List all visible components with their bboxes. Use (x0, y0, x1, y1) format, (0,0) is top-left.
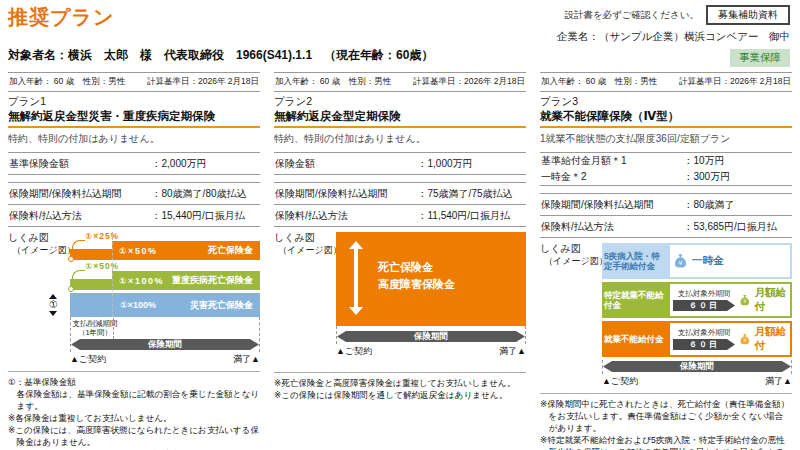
accident-death-bar: ① ①×100% 災害死亡保険金 (70, 293, 260, 317)
table-row: 保険料/払込方法 ：53,685円/口振月払 (540, 215, 792, 237)
step-marker-icon (68, 256, 74, 262)
plan-column-1: 加入年齢： 60 歳 性別：男性 計算基準日：2026年 2月18日 プラン1 … (8, 72, 260, 450)
contract-start-label: ▲ご契約 (70, 353, 106, 366)
plan3-subtitle: 1就業不能状態の支払限度36回/定額プラン (540, 132, 792, 146)
plan-column-3: 加入年齢： 60 歳 性別：男性 計算基準日：2026年 2月18日 プラン3 … (540, 72, 792, 450)
footnote: ※この保険には保険期間を通して解約返戻金はありません。 (274, 389, 526, 401)
row-label: 基準給付金月額＊1 (541, 154, 684, 168)
waiting-period-label: 支払対象外期間 (673, 289, 735, 299)
company-name: 企業名：（サンプル企業）横浜コンベアー 御中 (557, 30, 790, 44)
reduced-step-bar (70, 279, 112, 290)
row-value: ：53,685円/口振月払 (684, 220, 792, 234)
contract-end-label: 満了▲ (233, 353, 260, 366)
severe-illness-bar: ①×50% ①×100% 重度疾病死亡保険金 (70, 262, 260, 290)
money-bag-icon: ¥ (739, 331, 751, 348)
row-label: 保険期間/保険料払込期間 (275, 187, 418, 201)
table-row: 保険料/払込方法 ：11,540円/口振月払 (274, 204, 526, 226)
contract-end-label: 満了▲ (765, 375, 792, 388)
row-value: ：80歳満了/80歳払込 (152, 187, 260, 201)
row-value: ：300万円 (684, 170, 792, 184)
plan3-footnotes: ※保険期間中に死亡されたときは、死亡給付金（責任準備金額）をお支払いします。責任… (540, 393, 792, 450)
scheme-label: しくみ図 (274, 232, 342, 245)
business-protection-badge: 事業保障 (730, 49, 790, 67)
scheme-sublabel: （イメージ図） (8, 245, 76, 256)
reduced-step-bar (70, 249, 112, 260)
row-label: 基準保険金額 (9, 157, 152, 171)
table-row: 保険期間/保険料払込期間 ：80歳満了 (540, 194, 792, 215)
benefit-label: 5疾病入院・特定手術給付金 (604, 245, 668, 277)
row-value: ：2,000万円 (152, 157, 260, 171)
waiting-days-arrow: ６０日 (673, 339, 735, 350)
plan2-title: 無解約返戻金型定期保険 (274, 109, 526, 128)
plan3-scheme-diagram: しくみ図 （イメージ図） 5疾病入院・特定手術給付金 ¥ 一時金 特定就業不能給… (540, 243, 792, 388)
table-row: 保険金額 ：1,000万円 (274, 153, 526, 174)
footnote: 各保険金額は、基準保険金額に記載の割合を乗じた金額となります。 (8, 388, 260, 412)
scheme-label: しくみ図 (8, 232, 76, 245)
benefit-type: 月額給付 (755, 286, 787, 314)
plan3-age-gender: 加入年齢： 60 歳 性別：男性 (541, 76, 657, 88)
base-amount-marker-icon: ① (49, 294, 58, 316)
plan3-calc-date: 計算基準日：2026年 2月18日 (679, 76, 791, 88)
benefit-label: 就業不能給付金 (604, 323, 668, 355)
vertical-double-arrow-icon (349, 241, 363, 315)
benefit-type: 一時金 (692, 254, 724, 268)
plan1-age-gender: 加入年齢： 60 歳 性別：男性 (9, 76, 125, 88)
death-benefit-bar: ①×25% ①×50% 死亡保険金 (70, 232, 260, 260)
row-label: 保険期間/保険料払込期間 (541, 198, 684, 212)
row-label: 保険料/払込方法 (9, 209, 152, 223)
specific-disability-row: 特定就業不能給付金 支払対象外期間 ６０日 ¥ 月額給付 (602, 282, 792, 318)
plan1-amount-table: 基準保険金額 ：2,000万円 (8, 152, 260, 175)
plan2-scheme-diagram: しくみ図 （イメージ図） 死亡保険金 高度障害保険金 保険期間 (274, 232, 526, 358)
plan3-amount-table: 基準給付金月額＊1 ：10万円 一時金＊2 ：300万円 (540, 152, 792, 186)
row-label: 保険期間/保険料払込期間 (9, 187, 152, 201)
footnote: ※死亡保険金と高度障害保険金は重複してお支払いしません。 (274, 377, 526, 389)
insurance-period-bar: 保険期間 (337, 331, 525, 342)
footnote: ①：基準保険金額 (8, 376, 260, 388)
table-row: 保険期間/保険料払込期間 ：80歳満了/80歳払込 (8, 183, 260, 204)
plan1-calc-date: 計算基準日：2026年 2月18日 (147, 76, 259, 88)
contract-start-label: ▲ご契約 (336, 345, 372, 358)
row-value: ：11,540円/口振月払 (418, 209, 526, 223)
plan1-subtitle: 特約、特則の付加はありません。 (8, 132, 260, 146)
lump-sum-row: 5疾病入院・特定手術給付金 ¥ 一時金 (602, 243, 792, 279)
header-right-block: 設計書を必ずご確認ください。 募集補助資料 企業名：（サンプル企業）横浜コンベア… (557, 5, 790, 67)
money-bag-icon: ¥ (739, 292, 751, 309)
bar-name: 災害死亡保険金 (190, 299, 253, 312)
row-value: ：10万円 (684, 154, 792, 168)
plan2-number: プラン2 (274, 95, 526, 109)
table-row: 保険期間/保険料払込期間 ：75歳満了/75歳払込 (274, 183, 526, 204)
plan2-footnotes: ※死亡保険金と高度障害保険金は重複してお支払いしません。 ※この保険には保険期間… (274, 372, 526, 401)
row-value: ：75歳満了/75歳払込 (418, 187, 526, 201)
plan-column-2: 加入年齢： 60 歳 性別：男性 計算基準日：2026年 2月18日 プラン2 … (274, 72, 526, 450)
plan1-footnotes: ①：基準保険金額 各保険金額は、基準保険金額に記載の割合を乗じた金額となります。… (8, 371, 260, 450)
recruitment-aid-box: 募集補助資料 (706, 5, 790, 25)
table-row: 基準保険金額 ：2,000万円 (8, 153, 260, 174)
footnote: ※この保険には、高度障害状態になられたときにお支払いする保険金はありません。 (8, 424, 260, 448)
plan2-age-gender: 加入年齢： 60 歳 性別：男性 (275, 76, 391, 88)
row-label: 一時金＊2 (541, 170, 684, 184)
bar-ratio: ①×50% (119, 246, 157, 256)
bar-ratio: ①×100% (120, 300, 156, 310)
money-bag-icon: ¥ (673, 253, 688, 270)
disability-row: 就業不能給付金 支払対象外期間 ６０日 ¥ 月額給付 (602, 321, 792, 357)
plan1-scheme-diagram: しくみ図 （イメージ図） ①×25% ①×50% 死亡保険金 (8, 232, 260, 366)
plan2-amount-table: 保険金額 ：1,000万円 (274, 152, 526, 175)
benefit-label: 特定就業不能給付金 (604, 284, 668, 316)
bar-name: 重度疾病死亡保険金 (172, 274, 253, 287)
row-value: ：80歳満了 (684, 198, 792, 212)
benefit-type: 月額給付 (755, 325, 787, 353)
waiting-period-label: 支払対象外期間 (673, 328, 735, 338)
insurance-period-bar: 保険期間 (603, 361, 791, 372)
svg-text:¥: ¥ (679, 259, 683, 266)
row-label: 保険金額 (275, 157, 418, 171)
footnote: ※保険期間中に死亡されたときは、死亡給付金（責任準備金額）をお支払いします。責任… (540, 398, 792, 434)
plan1-terms-table: 保険期間/保険料払込期間 ：80歳満了/80歳払込 保険料/払込方法 ：15,4… (8, 182, 260, 227)
step-marker-icon (68, 286, 74, 292)
step-ratio-label: ①×50% (85, 261, 119, 271)
insured-person-line: 対象者名：横浜 太郎 様 代表取締役 1966(S41).1.1 （現在年齢：6… (8, 47, 433, 64)
plan-columns: 加入年齢： 60 歳 性別：男性 計算基準日：2026年 2月18日 プラン1 … (0, 72, 800, 450)
row-value: ：15,440円/口振月払 (152, 209, 260, 223)
scheme-label: しくみ図 (540, 243, 608, 256)
bar-ratio: ①×100% (119, 276, 164, 286)
contract-end-label: 満了▲ (499, 345, 526, 358)
